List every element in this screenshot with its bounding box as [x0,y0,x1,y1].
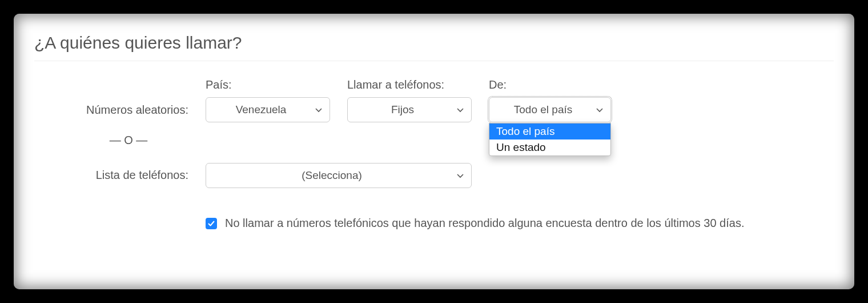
dont-call-checkbox[interactable] [206,218,217,229]
from-option-un-estado[interactable]: Un estado [489,139,610,156]
phone-list-fields: (Selecciona) [206,163,472,188]
country-select-value: Venezuela [236,103,287,115]
row-phone-list: Lista de teléfonos: (Selecciona) [34,163,834,188]
label-phone-list: Lista de teléfonos: [34,163,206,182]
field-phone-type: Llamar a teléfonos: Fijos [347,78,472,122]
row-random-numbers: Números aleatorios: País: Venezuela Llam… [34,78,834,122]
row-checkbox: No llamar a números telefónicos que haya… [34,217,834,230]
or-separator: — O — [34,134,206,147]
from-dropdown-menu: Todo el país Un estado [489,123,611,156]
country-select[interactable]: Venezuela [206,97,330,122]
phone-list-select-value: (Selecciona) [302,169,362,181]
label-country: País: [206,78,330,91]
phone-type-select-value: Fijos [391,103,414,115]
phone-list-select-wrapper: (Selecciona) [206,163,472,188]
row-or: — O — [34,134,834,147]
from-select-value: Todo el país [514,103,572,115]
field-from: De: Todo el país Todo el país Un estado [489,78,611,122]
field-country: País: Venezuela [206,78,330,122]
from-option-todo-el-pais[interactable]: Todo el país [489,123,610,139]
check-icon [207,220,215,228]
phone-type-select[interactable]: Fijos [347,97,472,122]
label-random-numbers: Números aleatorios: [34,78,206,117]
form-card: ¿A quiénes quieres llamar? Números aleat… [14,14,854,289]
dont-call-label: No llamar a números telefónicos que haya… [225,217,744,230]
label-call-phones: Llamar a teléfonos: [347,78,472,91]
form-area: Números aleatorios: País: Venezuela Llam… [34,70,834,230]
random-numbers-fields: País: Venezuela Llamar a teléfonos: [206,78,611,122]
from-select[interactable]: Todo el país [489,97,611,122]
phone-list-select[interactable]: (Selecciona) [206,163,472,188]
country-select-wrapper: Venezuela [206,97,330,122]
page-title: ¿A quiénes quieres llamar? [34,33,834,61]
label-from: De: [489,78,611,91]
phone-type-select-wrapper: Fijos [347,97,472,122]
from-select-wrapper: Todo el país Todo el país Un estado [489,97,611,122]
